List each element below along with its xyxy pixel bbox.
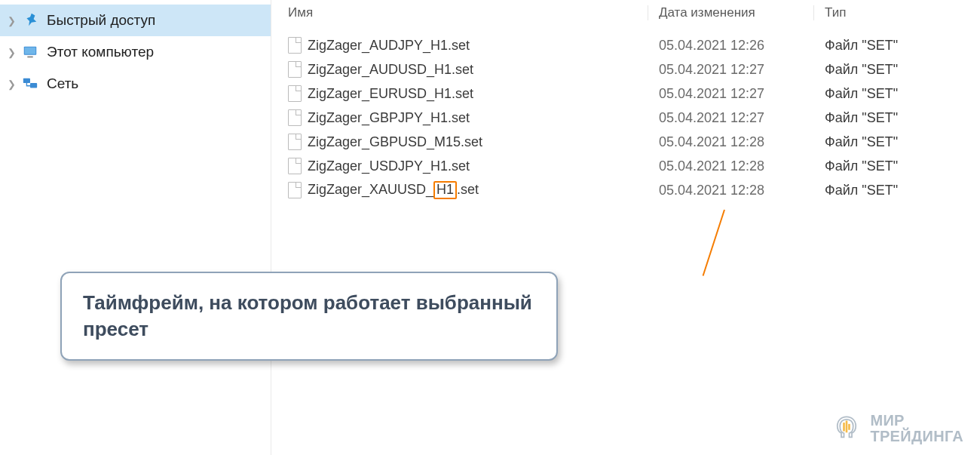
file-date: 05.04.2021 12:27 [648,86,814,102]
file-list-panel: Имя Дата изменения Тип ZigZager_AUDJPY_H… [271,0,980,455]
sidebar-item-quick-access[interactable]: ❯ Быстрый доступ [0,5,271,36]
annotation-text: Таймфрейм, на котором работает выбранный… [83,291,532,340]
file-name: ZigZager_GBPJPY_H1.set [308,110,470,126]
file-name: ZigZager_AUDJPY_H1.set [308,38,470,54]
file-type: Файл "SET" [814,38,950,54]
chevron-right-icon: ❯ [5,78,18,90]
file-icon [288,158,302,174]
column-header-row: Имя Дата изменения Тип [271,0,980,26]
file-row[interactable]: ZigZager_USDJPY_H1.set 05.04.2021 12:28 … [271,154,980,178]
chevron-right-icon: ❯ [5,47,18,58]
sidebar-item-this-pc[interactable]: ❯ Этот компьютер [0,36,271,68]
file-name: ZigZager_EURUSD_H1.set [308,86,473,102]
file-date: 05.04.2021 12:27 [648,110,814,126]
file-icon [288,61,302,78]
network-icon [21,75,39,93]
sidebar-item-label: Сеть [47,75,78,92]
file-type: Файл "SET" [814,86,950,102]
file-type: Файл "SET" [814,110,950,126]
watermark: МИР ТРЕЙДИНГА [831,413,963,444]
file-name: ZigZager_AUDUSD_H1.set [308,62,473,78]
chevron-right-icon: ❯ [5,15,18,26]
file-type: Файл "SET" [814,158,950,174]
file-row[interactable]: ZigZager_GBPUSD_M15.set 05.04.2021 12:28… [271,130,980,154]
file-date: 05.04.2021 12:28 [648,183,814,198]
svg-rect-1 [25,48,36,54]
file-icon [288,182,302,198]
svg-rect-2 [27,57,32,58]
file-date: 05.04.2021 12:28 [648,134,814,150]
navigation-tree: ❯ Быстрый доступ ❯ Этот компьютер ❯ [0,0,271,455]
annotation-connector [703,210,725,276]
file-icon [288,109,302,126]
file-icon [288,134,302,150]
file-row[interactable]: ZigZager_GBPJPY_H1.set 05.04.2021 12:27 … [271,106,980,130]
file-icon [288,37,302,54]
file-date: 05.04.2021 12:26 [648,38,814,54]
column-header-type[interactable]: Тип [814,5,950,20]
svg-rect-3 [23,78,30,83]
column-header-name[interactable]: Имя [271,5,648,20]
file-row[interactable]: ZigZager_AUDUSD_H1.set 05.04.2021 12:27 … [271,57,980,81]
file-name: ZigZager_XAUUSD_H1.set [308,181,479,199]
file-type: Файл "SET" [814,134,950,150]
watermark-logo-icon [831,413,862,444]
file-list: ZigZager_AUDJPY_H1.set 05.04.2021 12:26 … [271,26,980,202]
file-name: ZigZager_USDJPY_H1.set [308,158,470,174]
file-date: 05.04.2021 12:28 [648,158,814,174]
annotation-callout: Таймфрейм, на котором работает выбранный… [60,272,558,361]
sidebar-item-label: Быстрый доступ [47,12,155,29]
sidebar-item-network[interactable]: ❯ Сеть [0,68,271,100]
sidebar-item-label: Этот компьютер [47,44,154,60]
file-row[interactable]: ZigZager_XAUUSD_H1.set 05.04.2021 12:28 … [271,178,980,202]
svg-rect-4 [30,83,37,88]
file-name: ZigZager_GBPUSD_M15.set [308,134,482,150]
file-row[interactable]: ZigZager_EURUSD_H1.set 05.04.2021 12:27 … [271,81,980,106]
pc-icon [21,43,39,61]
highlight-timeframe: H1 [433,181,457,199]
pin-icon [21,11,39,29]
file-icon [288,85,302,102]
file-type: Файл "SET" [814,62,950,78]
file-type: Файл "SET" [814,183,950,198]
column-header-date[interactable]: Дата изменения [648,5,814,20]
watermark-text: МИР ТРЕЙДИНГА [870,413,963,444]
file-date: 05.04.2021 12:27 [648,62,814,78]
file-row[interactable]: ZigZager_AUDJPY_H1.set 05.04.2021 12:26 … [271,33,980,57]
